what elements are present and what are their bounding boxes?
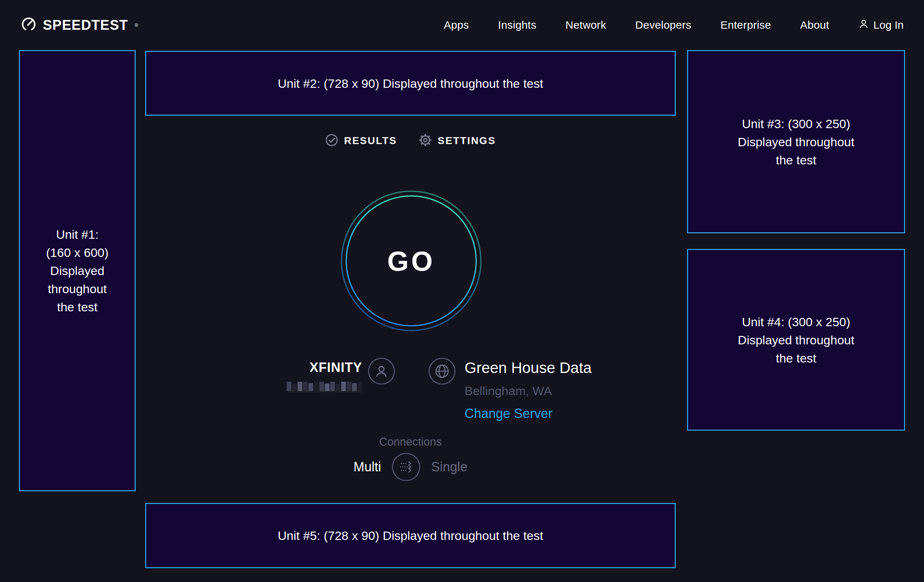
ad-text-line: Unit #2: (728 x 90) Displayed throughout… (278, 74, 543, 92)
ad-unit-1-skyscraper[interactable]: Unit #1: (160 x 600) Displayed throughou… (19, 50, 136, 491)
client-info: XFINITY (271, 360, 362, 392)
change-server-link[interactable]: Change Server (465, 406, 592, 421)
connections-toggle-row: Multi Single (145, 453, 676, 481)
gear-icon (419, 134, 432, 148)
speedometer-icon (20, 16, 37, 34)
connections-toggle-icon[interactable] (392, 453, 420, 481)
ad-unit-5-leaderboard[interactable]: Unit #5: (728 x 90) Displayed throughout… (145, 503, 676, 568)
ad-text-line: Unit #1: (56, 225, 98, 244)
ip-address-redacted (286, 382, 362, 392)
ad-text-line: Unit #5: (728 x 90) Displayed throughout… (278, 526, 543, 545)
tab-settings[interactable]: SETTINGS (419, 134, 496, 148)
globe-icon[interactable] (429, 358, 455, 385)
ad-unit-2-leaderboard[interactable]: Unit #2: (728 x 90) Displayed throughout… (145, 51, 676, 116)
main-nav: Apps Insights Network Developers Enterpr… (444, 18, 904, 32)
ad-text-line: the test (776, 349, 817, 367)
ad-text-line: (160 x 600) (46, 244, 109, 262)
tab-settings-label: SETTINGS (438, 135, 496, 147)
nav-item-insights[interactable]: Insights (498, 19, 536, 31)
isp-user-icon[interactable] (368, 358, 395, 385)
ad-unit-4-rectangle[interactable]: Unit #4: (300 x 250) Displayed throughou… (687, 249, 905, 431)
ad-unit-3-rectangle[interactable]: Unit #3: (300 x 250) Displayed throughou… (687, 50, 905, 233)
nav-item-developers[interactable]: Developers (635, 19, 691, 31)
nav-item-enterprise[interactable]: Enterprise (720, 19, 771, 31)
go-button-label: GO (340, 190, 482, 331)
nav-item-apps[interactable]: Apps (444, 19, 469, 31)
ad-text-line: the test (57, 298, 97, 316)
speedtest-logo[interactable]: SPEEDTEST® (20, 16, 138, 34)
ad-text-line: Displayed (50, 262, 104, 280)
server-name: Green House Data (465, 359, 592, 377)
speedtest-page: SPEEDTEST® Apps Insights Network Develop… (0, 0, 924, 582)
connections-label: Connections (145, 435, 676, 448)
ad-text-line: Displayed throughout (738, 331, 854, 349)
nav-item-about[interactable]: About (800, 19, 829, 31)
go-button[interactable]: GO (340, 190, 482, 331)
results-settings-tabs: RESULTS (145, 133, 676, 149)
top-nav-bar: SPEEDTEST® Apps Insights Network Develop… (0, 0, 924, 50)
nav-item-network[interactable]: Network (566, 19, 606, 31)
ad-text-line: the test (776, 151, 817, 169)
login-user-icon (858, 18, 869, 32)
trademark-symbol: ® (135, 23, 138, 28)
login-label: Log In (874, 19, 904, 31)
login-button[interactable]: Log In (858, 18, 904, 32)
server-info: Green House Data Bellingham, WA Change S… (465, 359, 592, 421)
ad-text-line: Unit #4: (300 x 250) (742, 313, 850, 331)
connections-multi-option[interactable]: Multi (353, 459, 381, 475)
ad-text-line: throughout (48, 280, 107, 298)
connections-single-option[interactable]: Single (431, 459, 467, 475)
isp-name: XFINITY (271, 360, 362, 375)
ad-text-line: Displayed throughout (738, 133, 854, 151)
tab-results[interactable]: RESULTS (325, 134, 397, 148)
brand-name: SPEEDTEST (43, 17, 128, 33)
server-location: Bellingham, WA (465, 384, 592, 398)
ad-text-line: Unit #3: (300 x 250) (742, 115, 850, 133)
check-circle-icon (325, 134, 338, 148)
tab-results-label: RESULTS (344, 135, 397, 147)
